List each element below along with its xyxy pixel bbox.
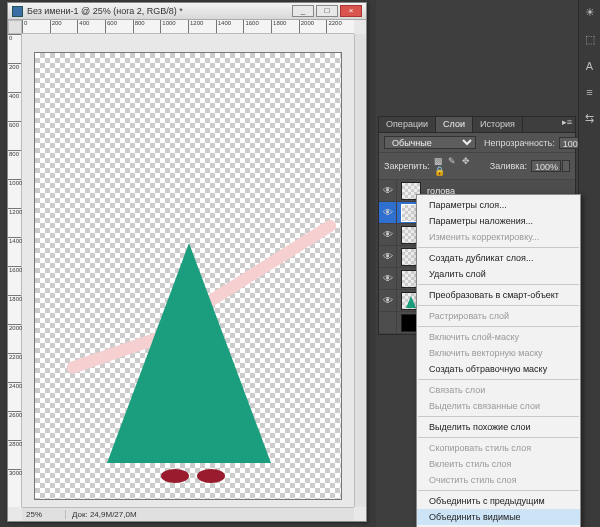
menu-item: Скопировать стиль слоя	[417, 440, 580, 456]
menu-item[interactable]: Параметры наложения...	[417, 213, 580, 229]
titlebar[interactable]: Без имени-1 @ 25% (нога 2, RGB/8) * _ □ …	[8, 3, 366, 20]
tab-layers[interactable]: Слои	[436, 117, 473, 132]
ruler-tick: 1200	[8, 208, 21, 237]
blend-mode-select[interactable]: Обычные	[384, 136, 476, 149]
menu-item: Связать слои	[417, 382, 580, 398]
ruler-tick: 2000	[8, 324, 21, 353]
artwork	[35, 53, 341, 499]
character-icon[interactable]: A	[586, 60, 593, 72]
canvas-area[interactable]	[22, 34, 354, 507]
ruler-tick: 1000	[8, 179, 21, 208]
status-bar: 25% Док: 24,9M/27,0M	[22, 507, 354, 521]
menu-item[interactable]: Объединить с предыдущим	[417, 493, 580, 509]
shape-foot-1	[161, 469, 189, 483]
menu-item: Растрировать слой	[417, 308, 580, 324]
visibility-toggle[interactable]: 👁	[379, 246, 397, 267]
ruler-tick: 1600	[243, 20, 271, 33]
doc-info[interactable]: Док: 24,9M/27,0M	[66, 510, 137, 519]
ruler-tick: 2400	[8, 382, 21, 411]
lock-position-icon[interactable]: ✥	[462, 156, 470, 166]
toggle-icon[interactable]: ⇆	[585, 112, 594, 125]
menu-item[interactable]: Преобразовать в смарт-объект	[417, 287, 580, 303]
panel-menu-button[interactable]: ▸≡	[559, 117, 575, 132]
document-body: 0200400600800100012001400160018002000220…	[8, 20, 366, 521]
ruler-tick: 1800	[271, 20, 299, 33]
ruler-tick: 2600	[8, 411, 21, 440]
ruler-tick: 0	[8, 34, 21, 63]
swatches-icon[interactable]: ⬚	[585, 33, 595, 46]
ruler-tick: 1000	[160, 20, 188, 33]
opacity-label: Непрозрачность:	[484, 138, 555, 148]
ruler-tick: 1200	[188, 20, 216, 33]
ruler-tick: 400	[77, 20, 105, 33]
visibility-toggle[interactable]: 👁	[379, 180, 397, 201]
tab-history[interactable]: История	[473, 117, 523, 132]
fill-dropdown[interactable]	[562, 160, 570, 172]
ruler-horizontal[interactable]: 0200400600800100012001400160018002000220…	[22, 20, 354, 34]
blend-row: Обычные Непрозрачность: 100%	[379, 133, 575, 153]
ruler-tick: 400	[8, 92, 21, 121]
menu-item: Включить слой-маску	[417, 329, 580, 345]
ruler-tick: 2800	[8, 440, 21, 469]
ruler-tick: 2200	[8, 353, 21, 382]
menu-item[interactable]: Объединить видимые	[417, 509, 580, 525]
window-title: Без имени-1 @ 25% (нога 2, RGB/8) *	[27, 6, 183, 16]
document-window: Без имени-1 @ 25% (нога 2, RGB/8) * _ □ …	[7, 2, 367, 522]
app-icon	[12, 6, 23, 17]
menu-item: Выделить связанные слои	[417, 398, 580, 414]
zoom-field[interactable]: 25%	[22, 510, 66, 519]
ruler-tick: 1400	[216, 20, 244, 33]
menu-item[interactable]: Выделить похожие слои	[417, 419, 580, 435]
ruler-tick: 800	[133, 20, 161, 33]
ruler-tick: 1600	[8, 266, 21, 295]
layer-context-menu: Параметры слоя...Параметры наложения...И…	[416, 194, 581, 527]
ruler-tick: 0	[22, 20, 50, 33]
shape-triangle	[107, 243, 271, 463]
shape-foot-2	[197, 469, 225, 483]
scrollbar-vertical[interactable]	[354, 34, 366, 507]
menu-item: Включить векторную маску	[417, 345, 580, 361]
ruler-origin[interactable]	[8, 20, 22, 34]
fill-value[interactable]: 100%	[531, 160, 561, 172]
visibility-toggle[interactable]: 👁	[379, 202, 397, 223]
lock-all-icon[interactable]: 🔒	[434, 166, 445, 176]
ruler-tick: 600	[8, 121, 21, 150]
ruler-tick: 800	[8, 150, 21, 179]
visibility-toggle[interactable]	[379, 312, 397, 333]
maximize-button[interactable]: □	[316, 5, 338, 17]
panel-tabs: Операции Слои История ▸≡	[379, 117, 575, 133]
lock-pixels-icon[interactable]: ✎	[448, 156, 456, 166]
ruler-tick: 2200	[326, 20, 354, 33]
brightness-icon[interactable]: ☀	[585, 6, 595, 19]
paragraph-icon[interactable]: ≡	[586, 86, 592, 98]
right-toolbar: ☀ ⬚ A ≡ ⇆	[578, 0, 600, 527]
ruler-tick: 200	[8, 63, 21, 92]
ruler-tick: 200	[50, 20, 78, 33]
ruler-tick: 600	[105, 20, 133, 33]
lock-transparency-icon[interactable]: ▩	[434, 156, 443, 166]
menu-item: Изменить корректировку...	[417, 229, 580, 245]
visibility-toggle[interactable]: 👁	[379, 268, 397, 289]
lock-row: Закрепить: ▩ ✎ ✥ 🔒 Заливка: 100%	[379, 153, 575, 180]
ruler-tick: 1400	[8, 237, 21, 266]
minimize-button[interactable]: _	[292, 5, 314, 17]
canvas[interactable]	[34, 52, 342, 500]
visibility-toggle[interactable]: 👁	[379, 224, 397, 245]
fill-label: Заливка:	[490, 161, 527, 171]
tab-actions[interactable]: Операции	[379, 117, 436, 132]
ruler-tick: 1800	[8, 295, 21, 324]
ruler-vertical[interactable]: 0200400600800100012001400160018002000220…	[8, 34, 22, 507]
menu-item[interactable]: Создать обтравочную маску	[417, 361, 580, 377]
menu-item: Очистить стиль слоя	[417, 472, 580, 488]
ruler-tick: 3000	[8, 469, 21, 498]
close-button[interactable]: ×	[340, 5, 362, 17]
visibility-toggle[interactable]: 👁	[379, 290, 397, 311]
menu-item[interactable]: Создать дубликат слоя...	[417, 250, 580, 266]
menu-item[interactable]: Параметры слоя...	[417, 197, 580, 213]
lock-icons[interactable]: ▩ ✎ ✥ 🔒	[434, 156, 482, 176]
ruler-tick: 2000	[299, 20, 327, 33]
lock-label: Закрепить:	[384, 161, 430, 171]
menu-item[interactable]: Удалить слой	[417, 266, 580, 282]
menu-item: Вклеить стиль слоя	[417, 456, 580, 472]
